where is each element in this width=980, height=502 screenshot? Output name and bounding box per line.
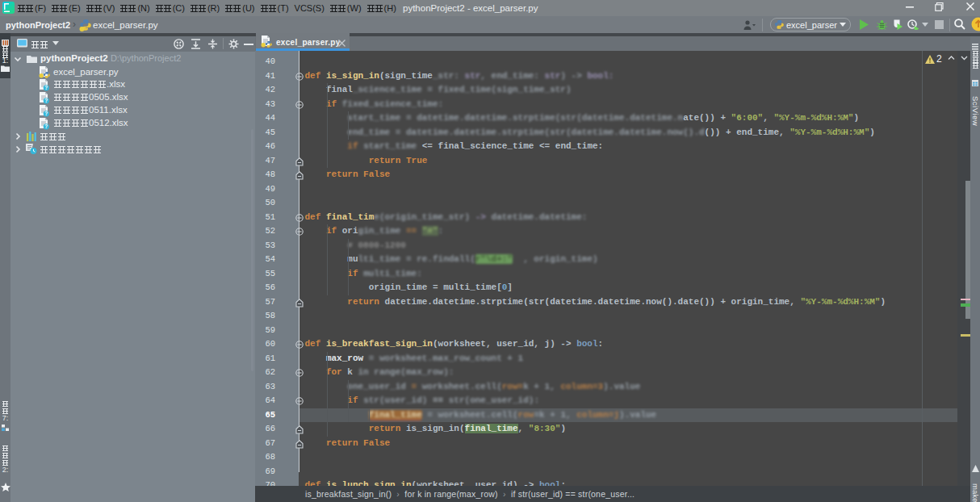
svg-text:?: ? <box>44 123 48 129</box>
svg-text:?: ? <box>44 98 48 103</box>
svg-text:?: ? <box>44 111 48 116</box>
svg-text:?: ? <box>44 85 48 90</box>
